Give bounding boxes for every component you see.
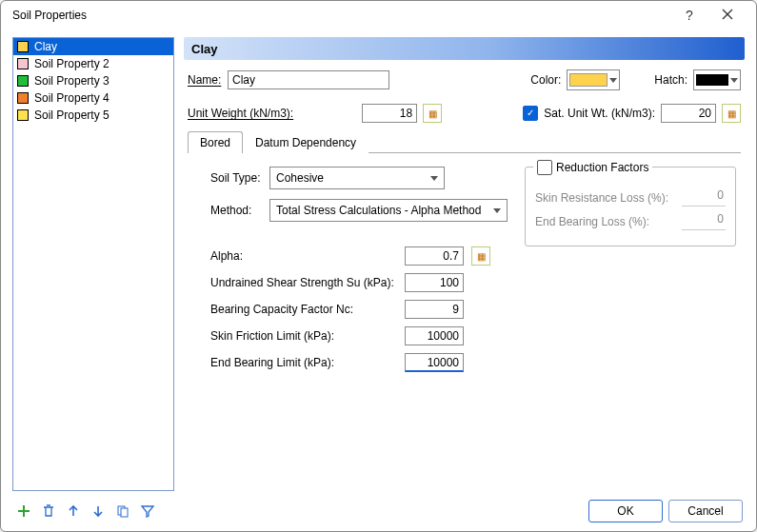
- color-swatch-icon: [17, 92, 29, 104]
- end-loss-row: End Bearing Loss (%): 0: [535, 212, 726, 230]
- soil-list[interactable]: Clay Soil Property 2 Soil Property 3 Soi…: [12, 37, 174, 491]
- soil-type-dropdown[interactable]: Cohesive: [269, 167, 445, 189]
- list-item[interactable]: Clay: [13, 38, 173, 55]
- param-row-su: Undrained Shear Strength Su (kPa):: [210, 273, 508, 292]
- list-item[interactable]: Soil Property 3: [13, 72, 173, 89]
- end-bearing-limit-input[interactable]: [405, 353, 464, 372]
- table-icon: ▦: [727, 108, 736, 119]
- copy-button[interactable]: [113, 502, 132, 521]
- table-icon: ▦: [428, 108, 437, 119]
- color-swatch-icon: [17, 58, 29, 69]
- hatch-swatch-icon: [696, 74, 728, 86]
- color-swatch-icon: [17, 41, 29, 52]
- sat-unit-checkbox[interactable]: ✓: [523, 106, 538, 121]
- arrow-up-icon: [66, 503, 81, 519]
- list-item[interactable]: Soil Property 2: [13, 55, 173, 72]
- reduction-factors-group: Reduction Factors Skin Resistance Loss (…: [525, 167, 736, 246]
- tab-bored[interactable]: Bored: [188, 131, 243, 153]
- nc-input[interactable]: [405, 300, 464, 319]
- footer: OK Cancel: [1, 491, 756, 531]
- soil-type-label: Soil Type:: [210, 171, 264, 185]
- hatch-label: Hatch:: [654, 73, 687, 87]
- close-button[interactable]: [708, 8, 747, 23]
- hatch-dropdown[interactable]: [693, 69, 741, 90]
- list-item[interactable]: Soil Property 5: [13, 107, 173, 124]
- unit-weight-input[interactable]: [362, 104, 417, 123]
- filter-button[interactable]: [138, 502, 157, 521]
- sat-unit-options-button[interactable]: ▦: [722, 104, 741, 123]
- alpha-options-button[interactable]: ▦: [471, 246, 490, 266]
- ok-button[interactable]: OK: [588, 500, 663, 522]
- skin-loss-label: Skin Resistance Loss (%):: [535, 191, 668, 205]
- method-label: Method:: [210, 204, 264, 217]
- close-icon: [722, 9, 733, 20]
- panel-heading: Clay: [184, 37, 745, 60]
- chevron-down-icon: [493, 208, 501, 213]
- reduction-factors-title: Reduction Factors: [533, 160, 652, 175]
- chevron-down-icon: [730, 78, 738, 83]
- sat-unit-label: Sat. Unit Wt. (kN/m3):: [544, 107, 655, 120]
- param-label: Skin Friction Limit (kPa):: [210, 329, 397, 343]
- end-loss-value: 0: [682, 212, 726, 230]
- name-label: Name:: [188, 73, 222, 87]
- table-icon: ▦: [477, 251, 486, 262]
- tabs: Bored Datum Dependency: [188, 130, 741, 153]
- list-item-label: Soil Property 2: [34, 57, 110, 70]
- name-row: Name: Color: Hatch:: [188, 69, 741, 90]
- color-swatch-icon: [569, 73, 608, 87]
- su-input[interactable]: [405, 273, 464, 292]
- bored-left-column: Soil Type: Cohesive Method: Total Stress…: [210, 167, 508, 380]
- help-button[interactable]: ?: [670, 8, 708, 23]
- delete-button[interactable]: [39, 502, 58, 521]
- color-dropdown[interactable]: [567, 69, 620, 90]
- name-input[interactable]: [228, 70, 389, 89]
- plus-icon: [16, 503, 31, 519]
- soil-type-row: Soil Type: Cohesive: [210, 167, 508, 189]
- method-dropdown[interactable]: Total Stress Calculations - Alpha Method: [269, 199, 508, 222]
- alpha-input[interactable]: [405, 246, 464, 266]
- skin-friction-limit-input[interactable]: [405, 326, 464, 345]
- window-title: Soil Properties: [12, 9, 670, 22]
- unit-weight-label: Unit Weight (kN/m3):: [188, 107, 293, 120]
- color-swatch-icon: [17, 75, 29, 87]
- param-label: Alpha:: [210, 249, 397, 263]
- reduction-factors-checkbox[interactable]: [537, 160, 552, 175]
- list-item-label: Clay: [34, 40, 57, 53]
- unit-weight-options-button[interactable]: ▦: [423, 104, 442, 123]
- param-row-alpha: Alpha: ▦: [210, 246, 508, 266]
- method-row: Method: Total Stress Calculations - Alph…: [210, 199, 508, 222]
- cancel-button[interactable]: Cancel: [668, 500, 743, 522]
- title-bar: Soil Properties ?: [1, 1, 756, 30]
- move-down-button[interactable]: [89, 502, 108, 521]
- list-item-label: Soil Property 4: [34, 91, 110, 105]
- chevron-down-icon: [609, 78, 617, 83]
- tab-bored-panel: Soil Type: Cohesive Method: Total Stress…: [188, 153, 741, 384]
- param-row-nc: Bearing Capacity Factor Nc:: [210, 300, 508, 319]
- color-swatch-icon: [17, 109, 29, 121]
- param-label: Undrained Shear Strength Su (kPa):: [210, 276, 397, 289]
- form-area: Name: Color: Hatch:: [184, 60, 745, 387]
- skin-loss-row: Skin Resistance Loss (%): 0: [535, 188, 726, 207]
- skin-loss-value: 0: [682, 188, 726, 207]
- tab-datum-dependency[interactable]: Datum Dependency: [243, 131, 369, 153]
- sat-unit-input[interactable]: [661, 104, 716, 123]
- list-item[interactable]: Soil Property 4: [13, 89, 173, 107]
- filter-icon: [140, 503, 155, 519]
- dialog-body: Clay Soil Property 2 Soil Property 3 Soi…: [1, 30, 756, 491]
- param-row-skin-limit: Skin Friction Limit (kPa):: [210, 326, 508, 345]
- trash-icon: [41, 503, 56, 519]
- param-row-end-limit: End Bearing Limit (kPa):: [210, 353, 508, 372]
- list-item-label: Soil Property 3: [34, 74, 110, 88]
- method-value: Total Stress Calculations - Alpha Method: [276, 204, 488, 217]
- soil-properties-dialog: Soil Properties ? Clay Soil Property 2 S…: [0, 0, 757, 532]
- sidebar: Clay Soil Property 2 Soil Property 3 Soi…: [12, 37, 174, 491]
- svg-rect-1: [121, 508, 128, 517]
- soil-type-value: Cohesive: [276, 171, 425, 185]
- add-button[interactable]: [14, 502, 33, 521]
- unit-weight-row: Unit Weight (kN/m3): ▦ ✓ Sat. Unit Wt. (…: [188, 104, 741, 123]
- list-item-label: Soil Property 5: [34, 108, 110, 122]
- arrow-down-icon: [90, 503, 106, 519]
- move-up-button[interactable]: [64, 502, 83, 521]
- param-label: End Bearing Limit (kPa):: [210, 356, 397, 369]
- color-label: Color:: [530, 73, 561, 87]
